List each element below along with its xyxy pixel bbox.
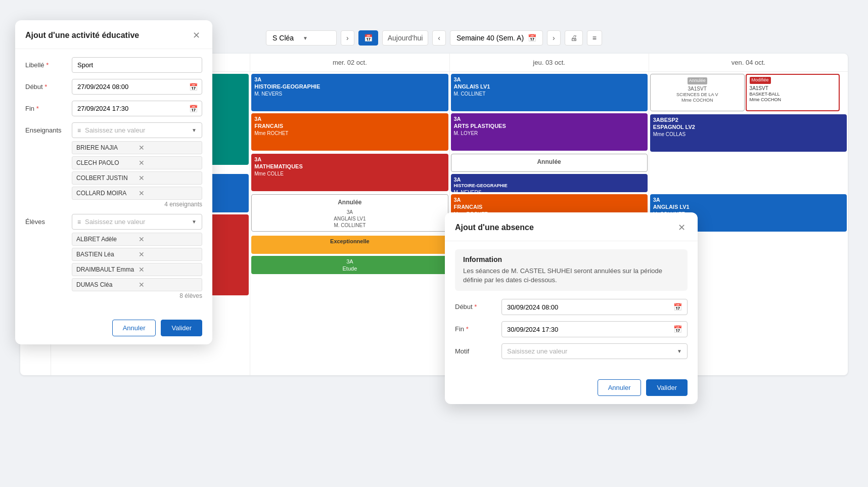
remove-collard[interactable]: ✕ (139, 189, 198, 197)
remove-dumas[interactable]: ✕ (139, 281, 198, 289)
input-debut-container[interactable]: 📅 (72, 79, 202, 95)
enseignants-select[interactable]: ≡ Saisissez une valeur ▼ (72, 122, 202, 138)
absence-label-motif: Motif (455, 343, 495, 355)
modal-absence-title: Ajout d'une absence (455, 223, 534, 232)
week-selector[interactable]: Semaine 40 (Sem. A) 📅 (450, 30, 543, 46)
activite-annuler-button[interactable]: Annuler (112, 320, 156, 336)
input-libelle[interactable] (77, 61, 197, 69)
label-fin: Fin * (25, 101, 66, 112)
absence-info-text: Les séances de M. CASTEL SHUHEI seront a… (463, 267, 679, 285)
eleves-select[interactable]: ≡ Saisissez une valeur ▼ (72, 214, 202, 230)
absence-info-box: Information Les séances de M. CASTEL SHU… (455, 249, 688, 291)
modal-activite-title: Ajout d'une activité éducative (25, 31, 139, 40)
event-jeu-anglais[interactable]: 3A ANGLAIS LV1 M. COLLINET (451, 74, 648, 111)
menu-button[interactable]: ≡ (587, 30, 602, 46)
label-enseignants: Enseignants (25, 122, 66, 134)
absence-calendar-debut-icon[interactable]: 📅 (673, 303, 682, 311)
day-header-jeu: jeu. 03 oct. (449, 54, 649, 71)
event-jeu-hist2[interactable]: 3A HISTOIRE-GEOGRAPHIE M. NEVERS (451, 174, 648, 192)
remove-albret[interactable]: ✕ (139, 235, 198, 243)
dropdown-arrow-icon: ▼ (303, 35, 330, 41)
event-mer-etude[interactable]: 3AEtude (251, 256, 448, 274)
remove-colbert[interactable]: ✕ (139, 174, 198, 182)
absence-valider-button[interactable]: Valider (646, 379, 688, 396)
event-ven-modifiee[interactable]: Modifiée 3A1SVT BASKET-BALL Mme COCHON (746, 74, 840, 111)
form-row-fin: Fin * 📅 (25, 101, 202, 116)
event-mer-exceptional[interactable]: Exceptionnelle (251, 236, 448, 254)
enseignants-section: ≡ Saisissez une valeur ▼ BRIERE NAJIA ✕ … (72, 122, 202, 208)
input-fin-container[interactable]: 📅 (72, 101, 202, 116)
enseignants-count: 4 enseignants (72, 201, 202, 208)
event-ven-espagnol[interactable]: 3ABESP2 ESPAGNOL LV2 Mme COLLAS (650, 114, 847, 152)
calendar-view-button[interactable]: 📅 (358, 30, 378, 46)
label-debut: Début * (25, 79, 66, 91)
form-row-enseignants: Enseignants ≡ Saisissez une valeur ▼ BRI… (25, 122, 202, 208)
motif-arrow-icon: ▼ (677, 348, 682, 354)
teacher-dropdown[interactable]: S Cléa ▼ (266, 30, 337, 46)
day-col-mer: 3A HISTOIRE-GEOGRAPHIE M. NEVERS 3A FRAN… (250, 72, 449, 375)
modal-absence-body: Information Les séances de M. CASTEL SHU… (445, 241, 698, 373)
remove-draimbault[interactable]: ✕ (139, 265, 198, 274)
tag-briere: BRIERE NAJIA ✕ (72, 141, 202, 154)
tag-bastien: BASTIEN Léa ✕ (72, 248, 202, 261)
event-jeu-arts[interactable]: 3A ARTS PLASTIQUES M. LOYER (451, 113, 648, 151)
modal-activite-close[interactable]: ✕ (190, 29, 202, 41)
absence-input-fin-container[interactable]: 📅 (501, 321, 688, 337)
modal-activite-header: Ajout d'une activité éducative ✕ (15, 20, 212, 49)
modal-absence-footer: Annuler Valider (445, 373, 698, 404)
remove-clech[interactable]: ✕ (139, 159, 198, 167)
nav-back-button[interactable]: ‹ (432, 30, 446, 46)
event-jeu-canceled[interactable]: Annulée (451, 154, 648, 172)
modal-absence-header: Ajout d'une absence ✕ (445, 212, 698, 241)
absence-annuler-button[interactable]: Annuler (598, 379, 642, 396)
print-button[interactable]: 🖨 (565, 30, 583, 46)
remove-briere[interactable]: ✕ (139, 144, 198, 152)
absence-label-debut: Début * (455, 299, 495, 311)
absence-input-fin[interactable] (507, 326, 673, 333)
modal-absence-close[interactable]: ✕ (675, 222, 688, 234)
absence-input-debut[interactable] (507, 303, 673, 311)
absence-label-fin: Fin * (455, 321, 495, 333)
absence-input-debut-container[interactable]: 📅 (501, 299, 688, 315)
label-libelle: Libellé * (25, 57, 66, 69)
nav-prev-button[interactable]: › (341, 30, 354, 46)
form-row-debut: Début * 📅 (25, 79, 202, 95)
tag-colbert: COLBERT JUSTIN ✕ (72, 171, 202, 185)
event-mer-canceled[interactable]: Annulée 3A ANGLAIS LV1 M. COLLINET (251, 194, 448, 232)
modal-activite: Ajout d'une activité éducative ✕ Libellé… (15, 20, 212, 344)
remove-bastien[interactable]: ✕ (139, 250, 198, 258)
calendar-icon: 📅 (528, 34, 536, 42)
day-header-mer: mer. 02 oct. (250, 54, 449, 71)
absence-form-row-debut: Début * 📅 (455, 299, 688, 315)
form-row-eleves: Élèves ≡ Saisissez une valeur ▼ ALBRET A… (25, 214, 202, 299)
tag-dumas: DUMAS Cléa ✕ (72, 278, 202, 291)
event-mer-math[interactable]: 3A MATHEMATIQUES Mme COLLE (251, 154, 448, 191)
input-fin[interactable] (77, 105, 197, 112)
nav-next-button[interactable]: › (547, 30, 561, 46)
label-eleves: Élèves (25, 214, 66, 226)
eleves-list: ALBRET Adèle ✕ BASTIEN Léa ✕ DRAIMBAULT … (72, 233, 202, 291)
event-ven-annulee[interactable]: Annulée 3A1SVT SCIENCES DE LA V Mme COCH… (650, 74, 745, 111)
absence-form-row-fin: Fin * 📅 (455, 321, 688, 337)
tag-collard: COLLARD MOIRA ✕ (72, 187, 202, 200)
today-button[interactable]: Aujourd'hui (382, 30, 429, 46)
event-mer-histoire[interactable]: 3A HISTOIRE-GEOGRAPHIE M. NEVERS (251, 74, 448, 111)
enseignants-arrow-icon: ▼ (192, 127, 197, 133)
eleves-arrow-icon: ▼ (192, 219, 197, 225)
event-mer-francais[interactable]: 3A FRANCAIS Mme ROCHET (251, 113, 448, 151)
activite-valider-button[interactable]: Valider (161, 320, 202, 336)
absence-motif-select[interactable]: Saisissez une valeur ▼ (501, 343, 688, 359)
eleves-count: 8 élèves (72, 292, 202, 299)
form-row-libelle: Libellé * (25, 57, 202, 73)
absence-calendar-fin-icon[interactable]: 📅 (673, 325, 682, 333)
day-header-ven: ven. 04 oct. (649, 54, 848, 71)
input-debut[interactable] (77, 83, 197, 91)
modal-activite-footer: Annuler Valider (15, 314, 212, 344)
tag-draimbault: DRAIMBAULT Emma ✕ (72, 263, 202, 276)
input-libelle-container[interactable] (72, 57, 202, 73)
calendar-debut-icon[interactable]: 📅 (189, 83, 198, 91)
absence-form-row-motif: Motif Saisissez une valeur ▼ (455, 343, 688, 359)
modal-absence: Ajout d'une absence ✕ Information Les sé… (445, 212, 698, 404)
calendar-fin-icon[interactable]: 📅 (189, 105, 198, 113)
eleves-section: ≡ Saisissez une valeur ▼ ALBRET Adèle ✕ … (72, 214, 202, 299)
